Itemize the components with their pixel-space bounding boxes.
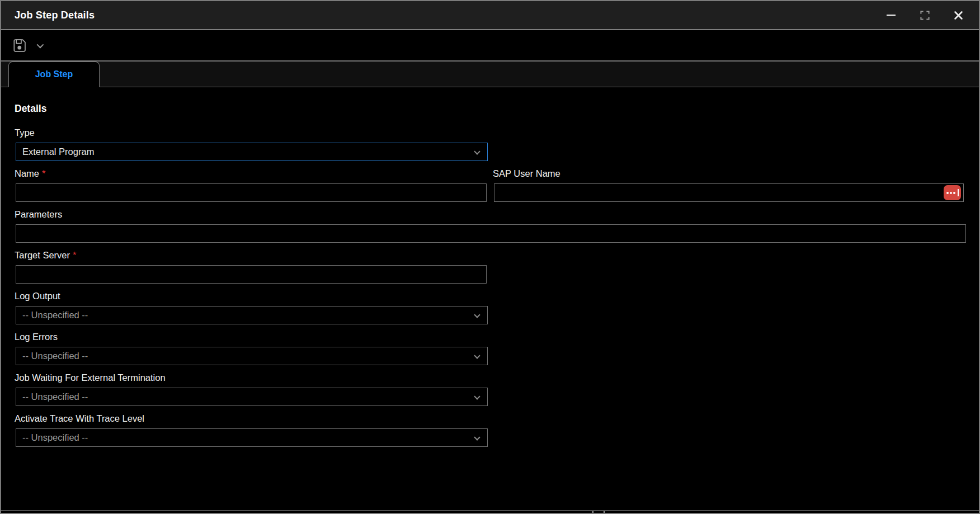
chevron-down-icon bbox=[36, 41, 44, 48]
window-controls bbox=[883, 7, 967, 23]
field-sap-user-name: SAP User Name bbox=[494, 167, 964, 202]
job-waiting-label: Job Waiting For External Termination bbox=[15, 371, 964, 384]
sap-user-name-label: SAP User Name bbox=[493, 167, 964, 180]
activate-trace-select[interactable]: -- Unspecified -- bbox=[16, 428, 488, 447]
sap-user-name-wrap bbox=[494, 183, 964, 202]
job-waiting-select-value: -- Unspecified -- bbox=[22, 392, 88, 402]
ellipsis-picker-icon bbox=[946, 189, 959, 196]
field-log-errors: Log Errors -- Unspecified -- bbox=[16, 331, 964, 365]
type-select[interactable]: External Program bbox=[16, 143, 488, 161]
activate-trace-select-value: -- Unspecified -- bbox=[22, 432, 88, 443]
target-server-label-text: Target Server bbox=[15, 250, 70, 260]
section-title-details: Details bbox=[15, 102, 964, 115]
tabstrip: Job Step bbox=[1, 62, 979, 87]
save-button[interactable] bbox=[10, 36, 29, 55]
chevron-down-icon bbox=[474, 434, 480, 440]
type-select-value: External Program bbox=[22, 147, 94, 157]
field-activate-trace: Activate Trace With Trace Level -- Unspe… bbox=[16, 412, 964, 447]
job-waiting-select[interactable]: -- Unspecified -- bbox=[16, 388, 488, 406]
log-errors-select-value: -- Unspecified -- bbox=[22, 351, 88, 361]
window-title: Job Step Details bbox=[15, 10, 95, 21]
sap-user-name-picker-button[interactable] bbox=[944, 185, 961, 200]
sap-user-name-input[interactable] bbox=[494, 183, 964, 202]
chevron-down-icon bbox=[474, 352, 480, 359]
minimize-button[interactable] bbox=[883, 7, 899, 23]
chevron-down-icon bbox=[474, 312, 480, 318]
chevron-down-icon bbox=[474, 393, 480, 399]
field-target-server: Target Server* bbox=[16, 249, 964, 284]
minimize-icon bbox=[885, 10, 897, 21]
field-parameters: Parameters bbox=[16, 208, 964, 243]
field-type: Type External Program bbox=[16, 126, 964, 161]
name-input[interactable] bbox=[16, 183, 487, 202]
scrollbar-tick bbox=[604, 511, 605, 513]
log-output-select[interactable]: -- Unspecified -- bbox=[16, 306, 488, 324]
type-label: Type bbox=[15, 126, 964, 139]
name-label: Name* bbox=[15, 167, 487, 180]
parameters-input[interactable] bbox=[16, 224, 966, 243]
titlebar: Job Step Details bbox=[1, 1, 979, 30]
log-output-select-value: -- Unspecified -- bbox=[22, 310, 88, 320]
required-asterisk: * bbox=[73, 250, 76, 260]
maximize-button[interactable] bbox=[916, 7, 933, 23]
maximize-icon bbox=[920, 11, 930, 20]
field-row-name-sap: Name* SAP User Name bbox=[16, 167, 964, 202]
log-errors-select[interactable]: -- Unspecified -- bbox=[16, 347, 488, 365]
log-output-label: Log Output bbox=[15, 290, 964, 302]
chevron-down-icon bbox=[474, 148, 480, 154]
activate-trace-label: Activate Trace With Trace Level bbox=[15, 412, 964, 425]
target-server-input[interactable] bbox=[16, 265, 487, 284]
close-button[interactable] bbox=[950, 7, 967, 23]
close-icon bbox=[953, 10, 964, 21]
toolbar bbox=[1, 30, 979, 62]
horizontal-scrollbar-track[interactable] bbox=[1, 510, 979, 513]
field-job-waiting: Job Waiting For External Termination -- … bbox=[16, 371, 964, 406]
tab-label: Job Step bbox=[35, 69, 73, 79]
log-errors-label: Log Errors bbox=[15, 331, 964, 343]
save-icon bbox=[12, 37, 27, 53]
field-name: Name* bbox=[16, 167, 487, 202]
name-label-text: Name bbox=[15, 168, 39, 178]
target-server-label: Target Server* bbox=[15, 249, 964, 261]
job-step-form: Details Type External Program Name* SAP … bbox=[1, 87, 979, 512]
required-asterisk: * bbox=[42, 168, 45, 178]
save-dropdown-button[interactable] bbox=[32, 39, 46, 52]
scrollbar-tick bbox=[592, 511, 593, 513]
field-log-output: Log Output -- Unspecified -- bbox=[16, 290, 964, 324]
parameters-label: Parameters bbox=[15, 208, 964, 220]
tab-job-step[interactable]: Job Step bbox=[8, 62, 100, 87]
job-step-details-window: Job Step Details bbox=[0, 0, 980, 514]
